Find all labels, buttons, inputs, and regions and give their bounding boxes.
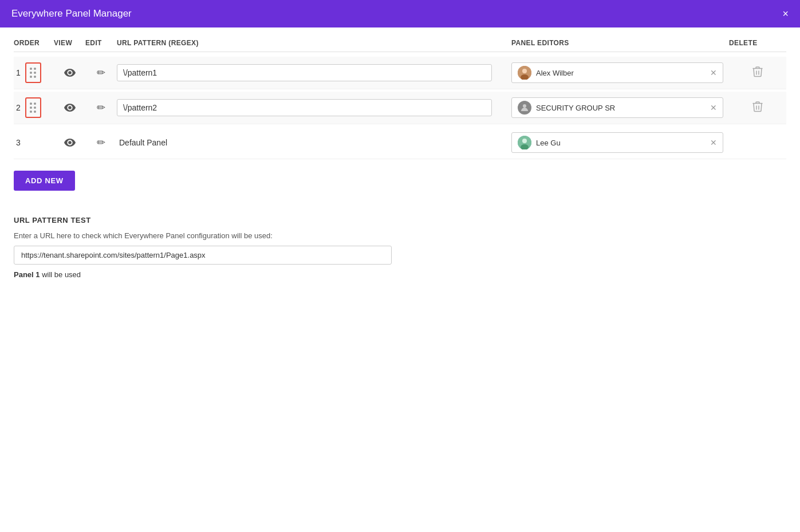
edit-button-1[interactable]: ✏	[97, 66, 105, 79]
delete-cell-1	[729, 66, 786, 80]
editor-name-2: SECURITY GROUP SR	[536, 104, 706, 112]
col-header-order: ORDER	[14, 39, 54, 47]
order-number-3: 3	[14, 138, 21, 147]
avatar-alex	[518, 66, 531, 80]
edit-button-3[interactable]: ✏	[97, 136, 105, 149]
edit-cell-2: ✏	[85, 101, 117, 114]
panel-editors-cell-2: SECURITY GROUP SR ✕	[511, 97, 729, 118]
delete-cell-2	[729, 101, 786, 115]
svg-point-1	[522, 69, 527, 73]
delete-button-1[interactable]	[752, 66, 763, 80]
table-row: 2 ✏	[14, 92, 786, 124]
svg-point-5	[522, 139, 527, 143]
panel-editors-field-3: Lee Gu ✕	[511, 132, 723, 153]
col-header-delete: DELETE	[729, 39, 786, 47]
table-row: 3 ✏ Default Panel	[14, 127, 786, 159]
result-panel-label: Panel 1	[14, 270, 40, 279]
panel-editors-cell-3: Lee Gu ✕	[511, 132, 729, 153]
order-cell-2: 2	[14, 97, 54, 118]
view-cell-1	[54, 69, 85, 77]
view-cell-3	[54, 139, 85, 147]
view-button-1[interactable]	[64, 69, 76, 77]
col-header-edit: EDIT	[85, 39, 117, 47]
panel-editors-cell-1: Alex Wilber ✕	[511, 62, 729, 83]
url-pattern-cell-1	[117, 64, 511, 81]
url-pattern-label-3: Default Panel	[117, 138, 167, 147]
title-bar: Everywhere Panel Manager ×	[0, 0, 800, 27]
result-suffix: will be used	[40, 270, 81, 279]
col-header-url-pattern: URL PATTERN (REGEX)	[117, 39, 511, 47]
url-pattern-test-result: Panel 1 will be used	[14, 270, 786, 279]
order-cell-1: 1	[14, 62, 54, 83]
url-pattern-test-section: URL PATTERN TEST Enter a URL here to che…	[14, 216, 786, 279]
view-button-2[interactable]	[64, 104, 76, 112]
drag-handle-2[interactable]	[25, 97, 41, 118]
url-pattern-test-title: URL PATTERN TEST	[14, 216, 786, 224]
edit-cell-1: ✏	[85, 66, 117, 79]
table-header: ORDER VIEW EDIT URL PATTERN (REGEX) PANE…	[14, 39, 786, 52]
delete-button-2[interactable]	[752, 101, 763, 115]
edit-cell-3: ✏	[85, 136, 117, 149]
order-number-1: 1	[14, 68, 21, 77]
panel-editors-field-1: Alex Wilber ✕	[511, 62, 723, 83]
close-button[interactable]: ×	[782, 9, 789, 19]
url-pattern-input-2[interactable]	[117, 99, 492, 116]
url-pattern-test-input[interactable]	[14, 246, 392, 265]
table-row: 1 ✏	[14, 57, 786, 89]
col-header-panel-editors: PANEL EDITORS	[511, 39, 729, 47]
order-cell-3: 3	[14, 138, 54, 147]
url-pattern-cell-2	[117, 99, 511, 116]
url-pattern-cell-3: Default Panel	[117, 137, 511, 148]
edit-button-2[interactable]: ✏	[97, 101, 105, 114]
add-new-button[interactable]: ADD NEW	[14, 171, 75, 191]
panel-editors-field-2: SECURITY GROUP SR ✕	[511, 97, 723, 118]
col-header-view: VIEW	[54, 39, 85, 47]
view-cell-2	[54, 104, 85, 112]
editor-name-3: Lee Gu	[536, 139, 706, 147]
url-pattern-test-description: Enter a URL here to check which Everywhe…	[14, 231, 786, 240]
remove-editor-1[interactable]: ✕	[710, 68, 717, 77]
svg-point-3	[523, 104, 526, 108]
remove-editor-2[interactable]: ✕	[710, 103, 717, 112]
avatar-security	[518, 101, 531, 115]
order-number-2: 2	[14, 103, 21, 112]
app-title: Everywhere Panel Manager	[11, 8, 132, 19]
remove-editor-3[interactable]: ✕	[710, 138, 717, 147]
view-button-3[interactable]	[64, 139, 76, 147]
drag-handle-1[interactable]	[25, 62, 41, 83]
avatar-lee	[518, 136, 531, 149]
url-pattern-input-1[interactable]	[117, 64, 492, 81]
editor-name-1: Alex Wilber	[536, 69, 706, 77]
